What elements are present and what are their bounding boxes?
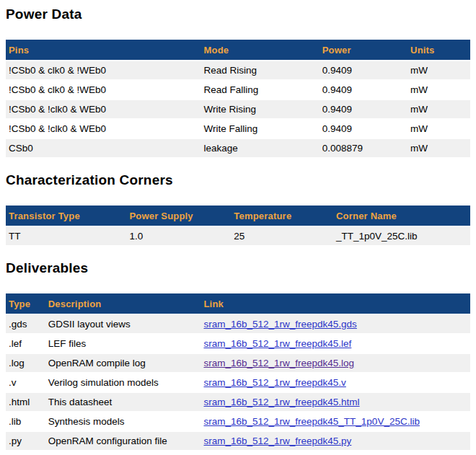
deliverables-table: Type Description Link .gds GDSII layout … [6,292,470,455]
cell-link: sram_16b_512_1rw_freepdk45.v [200,374,470,392]
table-row: .py OpenRAM configuration file sram_16b_… [6,432,470,450]
power-data-header-row: Pins Mode Power Units [6,40,470,60]
column-header-power: Power [319,40,407,60]
deliverable-link-html[interactable]: sram_16b_512_1rw_freepdk45.html [203,397,359,407]
cell-mode: leakage [200,139,319,157]
cell-link: sram_16b_512_1rw_freepdk45.py [200,432,470,450]
cell-pins: !CSb0 & !clk0 & WEb0 [6,100,200,118]
cell-type: .sp [6,451,45,455]
table-row: .html This datasheet sram_16b_512_1rw_fr… [6,393,470,411]
section-power-data: Power Data Pins Mode Power Units !CSb0 &… [6,6,470,159]
deliverable-link-log[interactable]: sram_16b_512_1rw_freepdk45.log [203,358,354,368]
table-row: .gds GDSII layout views sram_16b_512_1rw… [6,315,470,333]
cell-transistor-type: TT [6,227,126,245]
table-row: !CSb0 & !clk0 & WEb0 Write Falling 0.940… [6,120,470,138]
cell-link: sram_16b_512_1rw_freepdk45.html [200,393,470,411]
cell-temperature: 25 [231,227,333,245]
deliverables-header-row: Type Description Link [6,293,470,314]
table-row: !CSb0 & clk0 & !WEb0 Read Falling 0.9409… [6,81,470,99]
cell-type: .log [6,354,45,372]
cell-power: 0.9409 [319,120,407,138]
cell-corner-name: _TT_1p0V_25C.lib [333,227,470,245]
cell-description: SPICE netlists [45,451,201,455]
power-data-table: Pins Mode Power Units !CSb0 & clk0 & !WE… [6,38,470,159]
cell-description: Synthesis models [45,412,201,430]
cell-description: Verilog simulation models [45,374,201,392]
cell-type: .v [6,374,45,392]
cell-description: LEF files [45,335,201,353]
table-row: .lib Synthesis models sram_16b_512_1rw_f… [6,412,470,430]
column-header-type: Type [6,293,45,314]
cell-mode: Write Falling [200,120,319,138]
datasheet-page: Power Data Pins Mode Power Units !CSb0 &… [0,0,476,455]
deliverable-link-lef[interactable]: sram_16b_512_1rw_freepdk45.lef [203,338,351,349]
column-header-corner-name: Corner Name [333,206,470,226]
table-row: TT 1.0 25 _TT_1p0V_25C.lib [6,227,470,245]
cell-link: sram_16b_512_1rw_freepdk45_TT_1p0V_25C.l… [200,412,470,430]
cell-units: mW [407,120,470,138]
cell-power: 0.9409 [319,61,407,79]
cell-type: .lib [6,412,45,430]
cell-units: mW [407,100,470,118]
table-row: .log OpenRAM compile log sram_16b_512_1r… [6,354,470,372]
table-row: CSb0 leakage 0.008879 mW [6,139,470,157]
deliverables-title: Deliverables [6,260,470,275]
cell-description: This datasheet [45,393,201,411]
cell-description: GDSII layout views [45,315,201,333]
cell-power-supply: 1.0 [126,227,231,245]
cell-mode: Write Rising [200,100,319,118]
table-row: .lef LEF files sram_16b_512_1rw_freepdk4… [6,335,470,353]
column-header-pins: Pins [6,40,200,60]
table-row: !CSb0 & !clk0 & WEb0 Write Rising 0.9409… [6,100,470,118]
cell-units: mW [407,61,470,79]
cell-mode: Read Rising [200,61,319,79]
section-deliverables: Deliverables Type Description Link .gds … [6,260,470,455]
cell-link: sram_16b_512_1rw_freepdk45.lef [200,335,470,353]
cell-type: .gds [6,315,45,333]
power-data-title: Power Data [6,6,470,22]
cell-link: sram_16b_512_1rw_freepdk45.log [200,354,470,372]
cell-description: OpenRAM compile log [45,354,201,372]
column-header-units: Units [407,40,470,60]
deliverable-link-py[interactable]: sram_16b_512_1rw_freepdk45.py [203,436,351,446]
cell-power: 0.008879 [319,139,407,157]
deliverable-link-gds[interactable]: sram_16b_512_1rw_freepdk45.gds [203,319,356,330]
characterization-corners-title: Characterization Corners [6,172,470,187]
cell-type: .lef [6,335,45,353]
deliverable-link-lib[interactable]: sram_16b_512_1rw_freepdk45_TT_1p0V_25C.l… [203,416,419,427]
cell-pins: !CSb0 & clk0 & !WEb0 [6,61,200,79]
cell-pins: !CSb0 & clk0 & !WEb0 [6,81,200,99]
column-header-transistor-type: Transistor Type [6,206,126,226]
cell-link: sram_16b_512_1rw_freepdk45.gds [200,315,470,333]
column-header-temperature: Temperature [231,206,333,226]
cell-type: .py [6,432,45,450]
cell-units: mW [407,139,470,157]
corners-header-row: Transistor Type Power Supply Temperature… [6,206,470,226]
column-header-description: Description [45,293,201,314]
cell-pins: !CSb0 & !clk0 & WEb0 [6,120,200,138]
cell-mode: Read Falling [200,81,319,99]
deliverable-link-v[interactable]: sram_16b_512_1rw_freepdk45.v [203,377,345,388]
column-header-link: Link [200,293,470,314]
cell-type: .html [6,393,45,411]
cell-pins: CSb0 [6,139,200,157]
cell-description: OpenRAM configuration file [45,432,201,450]
table-row: .v Verilog simulation models sram_16b_51… [6,374,470,392]
characterization-corners-table: Transistor Type Power Supply Temperature… [6,204,470,247]
cell-power: 0.9409 [319,81,407,99]
table-row: !CSb0 & clk0 & !WEb0 Read Rising 0.9409 … [6,61,470,79]
column-header-power-supply: Power Supply [126,206,231,226]
table-row: .sp SPICE netlists sram_16b_512_1rw_free… [6,451,470,455]
section-characterization-corners: Characterization Corners Transistor Type… [6,172,470,247]
cell-link: sram_16b_512_1rw_freepdk45.sp [200,451,470,455]
column-header-mode: Mode [200,40,319,60]
cell-units: mW [407,81,470,99]
cell-power: 0.9409 [319,100,407,118]
